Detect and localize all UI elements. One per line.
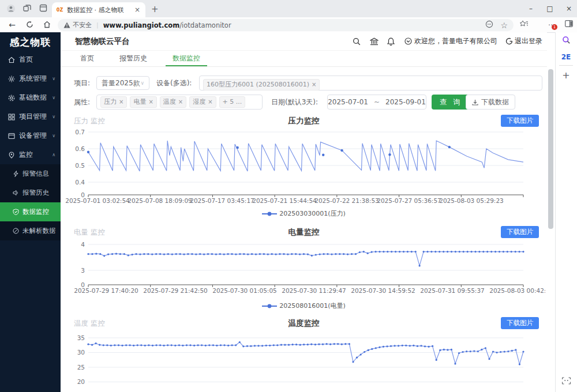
data-point[interactable] [201, 344, 203, 346]
data-point[interactable] [151, 254, 153, 255]
data-point[interactable] [275, 254, 277, 255]
chart-canvas[interactable]: 4302025-07-29 17:40:202025-07-29 21:42:5… [62, 239, 545, 295]
data-point[interactable] [522, 251, 524, 252]
data-point[interactable] [522, 350, 524, 352]
data-point[interactable] [267, 254, 269, 255]
data-point[interactable] [183, 254, 185, 255]
profile-avatar-icon[interactable] [6, 4, 16, 13]
data-point[interactable] [326, 343, 328, 345]
data-point[interactable] [115, 253, 117, 255]
data-point[interactable] [147, 253, 149, 255]
data-point[interactable] [391, 251, 392, 252]
data-point[interactable] [447, 251, 448, 252]
data-point[interactable] [352, 361, 354, 363]
data-point[interactable] [292, 344, 294, 345]
data-point[interactable] [430, 251, 432, 252]
data-point[interactable] [111, 253, 113, 255]
data-point[interactable] [118, 344, 119, 346]
data-point[interactable] [388, 153, 391, 156]
data-point[interactable] [257, 345, 259, 346]
data-point[interactable] [485, 347, 486, 349]
data-point[interactable] [299, 254, 301, 255]
data-point[interactable] [129, 344, 131, 346]
query-button[interactable]: 查 询 [432, 95, 470, 110]
data-point[interactable] [459, 251, 460, 252]
data-point[interactable] [319, 254, 321, 255]
data-point[interactable] [203, 254, 205, 255]
data-point[interactable] [265, 345, 267, 346]
data-point[interactable] [375, 251, 377, 252]
data-point[interactable] [99, 344, 100, 346]
data-point[interactable] [207, 253, 209, 255]
data-point[interactable] [467, 251, 469, 252]
sidebar-subitem-2[interactable]: 数据监控 [0, 202, 61, 221]
data-point[interactable] [322, 154, 324, 156]
sidebar-item-3[interactable]: 项目管理∨ [0, 107, 61, 126]
data-point[interactable] [507, 251, 508, 252]
data-point[interactable] [261, 345, 263, 346]
filter-tag[interactable]: 160型压力6001 (202508016001)× [203, 79, 320, 91]
data-point[interactable] [247, 254, 249, 255]
data-point[interactable] [299, 344, 301, 346]
data-point[interactable] [193, 345, 195, 346]
data-point[interactable] [463, 251, 464, 252]
window-maximize-button[interactable]: □ [542, 2, 558, 15]
data-point[interactable] [208, 344, 210, 346]
data-point[interactable] [451, 349, 452, 350]
data-point[interactable] [107, 254, 109, 255]
split-screen-icon[interactable] [563, 20, 575, 30]
data-point[interactable] [499, 251, 500, 252]
data-point[interactable] [323, 253, 325, 255]
data-point[interactable] [236, 146, 238, 149]
chart-legend[interactable]: 202503030001(压力) [61, 209, 547, 218]
security-status[interactable]: 不安全 [63, 21, 92, 29]
data-point[interactable] [223, 254, 225, 255]
data-point[interactable] [511, 251, 512, 252]
project-select[interactable]: 普量2025款4... ∨ [96, 76, 149, 90]
data-point[interactable] [143, 253, 145, 255]
download-image-button[interactable]: 下载图片 [501, 115, 539, 127]
data-point[interactable] [504, 350, 505, 352]
data-point[interactable] [379, 346, 380, 348]
data-point[interactable] [239, 341, 241, 343]
logout-button[interactable]: 退出登录 [505, 36, 542, 46]
data-point[interactable] [340, 149, 343, 152]
data-point[interactable] [407, 251, 409, 252]
data-point[interactable] [471, 251, 473, 252]
data-point[interactable] [178, 344, 180, 346]
device-multiselect[interactable]: 160型压力6001 (202508016001)× [199, 76, 542, 91]
data-point[interactable] [490, 251, 492, 252]
sidebar-item-0[interactable]: 首页 [0, 50, 61, 69]
data-point[interactable] [436, 359, 437, 361]
data-point[interactable] [496, 352, 498, 353]
data-point[interactable] [478, 251, 480, 252]
data-point[interactable] [415, 251, 417, 252]
data-point[interactable] [223, 344, 225, 346]
data-point[interactable] [276, 344, 278, 346]
data-point[interactable] [235, 254, 237, 255]
sidebar-item-1[interactable]: 系统管理∨ [0, 69, 61, 88]
tab-actions-icon[interactable] [38, 4, 48, 13]
data-point[interactable] [191, 253, 193, 255]
data-point[interactable] [347, 254, 349, 255]
data-point[interactable] [283, 253, 284, 255]
data-point[interactable] [387, 251, 388, 252]
data-point[interactable] [155, 344, 157, 346]
data-point[interactable] [447, 349, 448, 350]
data-point[interactable] [337, 343, 339, 345]
data-point[interactable] [119, 253, 121, 255]
data-point[interactable] [515, 349, 516, 350]
data-point[interactable] [402, 345, 403, 346]
data-point[interactable] [307, 254, 309, 255]
data-point[interactable] [371, 348, 373, 350]
data-point[interactable] [339, 253, 340, 255]
data-point[interactable] [219, 253, 221, 255]
data-point[interactable] [344, 343, 346, 345]
filter-tag[interactable]: 温度× [160, 96, 186, 108]
data-point[interactable] [167, 253, 169, 255]
data-point[interactable] [182, 345, 183, 346]
filter-tag[interactable]: 湿度× [189, 96, 216, 108]
data-point[interactable] [474, 251, 476, 252]
data-point[interactable] [451, 251, 452, 252]
data-point[interactable] [91, 344, 93, 346]
